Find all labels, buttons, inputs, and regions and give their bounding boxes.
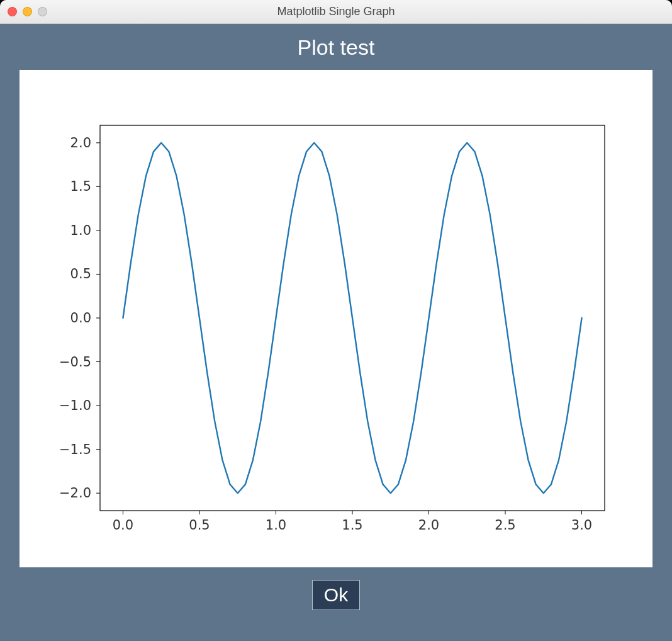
y-tick-label: −1.0 [59,398,91,413]
app-window: Matplotlib Single Graph Plot test 0.00.5… [0,0,672,641]
x-tick-label: 3.0 [571,518,592,533]
y-tick-label: 0.5 [70,266,91,281]
x-tick-label: 0.0 [113,518,133,533]
y-tick-label: −0.5 [59,355,91,370]
maximize-window-icon [38,7,47,16]
chart-panel: 0.00.51.01.52.02.53.0−2.0−1.5−1.0−0.50.0… [20,70,652,567]
y-tick-label: 1.0 [70,223,91,238]
plot-heading: Plot test [298,35,375,60]
chart-svg: 0.00.51.01.52.02.53.0−2.0−1.5−1.0−0.50.0… [20,70,652,567]
x-tick-label: 0.5 [189,518,210,533]
line-series [123,143,581,493]
minimize-window-icon[interactable] [23,7,32,16]
x-tick-label: 2.0 [418,518,439,533]
ok-button[interactable]: Ok [312,580,360,610]
y-tick-label: 2.0 [70,135,91,150]
title-bar: Matplotlib Single Graph [0,0,672,24]
y-tick-label: 1.5 [70,179,91,194]
x-tick-label: 1.0 [266,518,286,533]
window-title: Matplotlib Single Graph [0,5,672,18]
close-window-icon[interactable] [8,7,17,16]
y-tick-label: −1.5 [59,442,91,457]
x-tick-label: 2.5 [495,518,515,533]
y-tick-label: 0.0 [70,310,91,326]
x-tick-label: 1.5 [342,518,362,533]
traffic-lights [8,7,47,16]
y-tick-label: −2.0 [59,485,91,501]
content-area: Plot test 0.00.51.01.52.02.53.0−2.0−1.5−… [0,24,672,641]
